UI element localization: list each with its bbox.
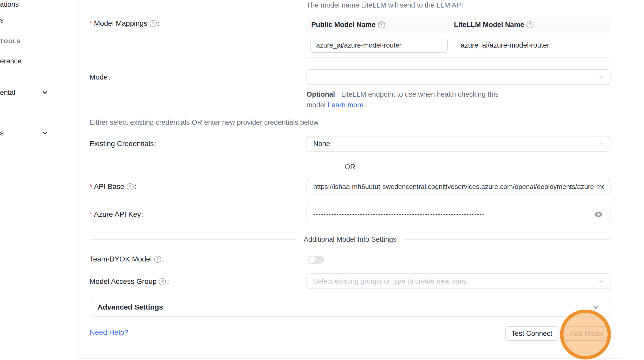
- masked-password-value: ••••••••••••••••••••••••••••••••••••••••…: [313, 212, 485, 218]
- credentials-note: Either select existing credentials OR en…: [89, 119, 318, 127]
- model-mappings-table: Public Model Name ? LiteLLM Model Name ?…: [307, 17, 610, 58]
- required-asterisk: *: [89, 19, 92, 28]
- advanced-settings-panel[interactable]: Advanced Settings: [90, 298, 610, 317]
- azure-api-key-label: * Azure API Key :: [89, 209, 144, 220]
- model-access-group-select[interactable]: Select existing groups or type to create…: [307, 273, 610, 289]
- help-icon[interactable]: ?: [127, 183, 134, 190]
- table-header-row: Public Model Name ? LiteLLM Model Name ?: [307, 17, 610, 33]
- chevron-down-icon: [598, 74, 604, 80]
- additional-info-divider: Additional Model Info Settings: [90, 236, 610, 243]
- chevron-down-icon: [592, 303, 600, 311]
- sidebar-item[interactable]: ations: [0, 1, 19, 9]
- sidebar-item[interactable]: ental: [0, 89, 15, 97]
- card-bottom-edge: [79, 358, 622, 359]
- sidebar-item[interactable]: erence: [0, 57, 22, 65]
- learn-more-link[interactable]: Learn more: [328, 101, 363, 109]
- column-divider: [450, 20, 450, 30]
- click-indicator: [560, 310, 611, 359]
- azure-api-key-input[interactable]: ••••••••••••••••••••••••••••••••••••••••…: [307, 207, 610, 222]
- sidebar-section-label: TOOLS: [0, 38, 21, 44]
- column-header-litellm-model-name: LiteLLM Model Name ?: [450, 21, 534, 29]
- eye-icon[interactable]: [594, 211, 603, 218]
- mode-label: Mode :: [89, 72, 111, 82]
- table-row: azure_ai/azure-model-router azure_ai/azu…: [307, 33, 610, 58]
- help-icon[interactable]: ?: [159, 278, 166, 285]
- add-model-form-page: ations s TOOLS erence ental s The model …: [0, 0, 644, 360]
- team-byok-label: Team-BYOK Model ? :: [89, 254, 164, 264]
- api-base-label: * API Base ? :: [89, 181, 137, 192]
- chevron-down-icon: [598, 278, 604, 284]
- model-mappings-label: * Model Mappings ? :: [89, 18, 160, 29]
- chevron-down-icon[interactable]: [41, 129, 49, 137]
- card-right-edge: [622, 0, 622, 359]
- help-icon[interactable]: ?: [526, 21, 534, 28]
- model-access-group-label: Model Access Group ? :: [89, 276, 169, 287]
- help-icon[interactable]: ?: [378, 21, 385, 28]
- column-header-public-model-name: Public Model Name ?: [307, 21, 450, 29]
- select-placeholder: Select existing groups or type to create…: [313, 277, 467, 285]
- sidebar-item[interactable]: s: [0, 129, 4, 137]
- toggle-knob: [309, 256, 316, 263]
- mode-helper-text: Optional - LiteLLM endpoint to use when …: [307, 89, 518, 110]
- need-help-link[interactable]: Need Help?: [90, 328, 128, 337]
- public-model-name-input[interactable]: azure_ai/azure-model-router: [310, 38, 448, 53]
- mode-select[interactable]: [307, 69, 610, 85]
- chevron-down-icon: [598, 141, 604, 147]
- required-asterisk: *: [89, 211, 92, 219]
- help-icon[interactable]: ?: [150, 20, 157, 27]
- help-icon[interactable]: ?: [154, 256, 161, 263]
- api-base-input[interactable]: https://ishaa-mh6uutut-swedencentral.cog…: [307, 179, 610, 194]
- sidebar-item[interactable]: s: [0, 16, 4, 24]
- test-connect-button[interactable]: Test Connect: [505, 326, 558, 341]
- or-divider: OR: [90, 163, 610, 171]
- existing-credentials-select[interactable]: None: [307, 136, 610, 152]
- chevron-down-icon[interactable]: [41, 89, 49, 96]
- existing-credentials-label: Existing Credentials :: [89, 139, 157, 149]
- required-asterisk: *: [89, 183, 92, 191]
- litellm-model-name-value: azure_ai/azure-model-router: [448, 41, 549, 49]
- advanced-settings-title: Advanced Settings: [97, 303, 592, 311]
- team-byok-toggle[interactable]: [308, 256, 324, 264]
- sidebar-divider: [78, 0, 79, 360]
- model-name-helper-text: The model name LiteLLM will send to the …: [307, 1, 463, 9]
